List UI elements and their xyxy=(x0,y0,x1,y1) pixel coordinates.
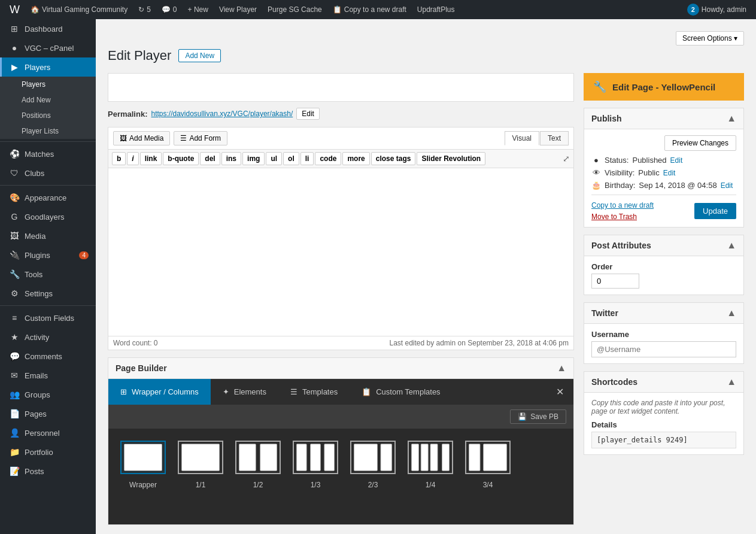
sidebar-item-matches[interactable]: ⚽ Matches xyxy=(0,144,96,163)
toolbar-img[interactable]: img xyxy=(242,152,265,165)
pb-layout-wrapper[interactable]: Wrapper xyxy=(120,441,166,489)
page-builder-box: Page Builder ▲ ⊞ Wrapper / Columns ✦ Ele… xyxy=(108,357,574,525)
shortcodes-toggle[interactable]: ▲ xyxy=(727,377,736,387)
sidebar-item-activity[interactable]: ★ Activity xyxy=(0,327,96,347)
birthday-edit-link[interactable]: Edit xyxy=(721,181,733,190)
toolbar-link[interactable]: link xyxy=(140,152,162,165)
publish-title: Publish xyxy=(591,114,622,123)
plugins-label: Plugins xyxy=(25,251,50,260)
portfolio-label: Portfolio xyxy=(25,448,53,457)
purge-sg-item[interactable]: Purge SG Cache xyxy=(263,0,327,19)
copy-to-draft-link[interactable]: Copy to a new draft xyxy=(591,201,654,210)
status-item: ● Status: Published Edit xyxy=(591,156,736,165)
pb-layout-1-4[interactable]: 1/4 xyxy=(408,441,453,489)
toolbar-del[interactable]: del xyxy=(200,152,220,165)
pb-close-button[interactable]: ✕ xyxy=(546,379,573,405)
sidebar-item-settings[interactable]: ⚙ Settings xyxy=(0,284,96,303)
sidebar-item-appearance[interactable]: 🎨 Appearance xyxy=(0,188,96,207)
1-3-label: 1/3 xyxy=(311,481,321,489)
sidebar-item-comments[interactable]: 💬 Comments xyxy=(0,347,96,366)
toolbar-ol[interactable]: ol xyxy=(283,152,299,165)
screen-options-button[interactable]: Screen Options ▾ xyxy=(676,31,744,45)
permalink-edit-button[interactable]: Edit xyxy=(296,108,320,120)
sidebar-item-goodlayers[interactable]: G Goodlayers xyxy=(0,207,96,226)
updates-item[interactable]: ↻ 5 xyxy=(133,0,156,19)
view-player-item[interactable]: View Player xyxy=(214,0,262,19)
sidebar-item-custom-fields[interactable]: ≡ Custom Fields xyxy=(0,308,96,327)
toolbar-bold[interactable]: b xyxy=(112,152,126,165)
pb-tab-custom-templates[interactable]: 📋 Custom Templates xyxy=(350,379,452,405)
submenu-add-new[interactable]: Add New xyxy=(0,92,96,108)
toolbar-close-tags[interactable]: close tags xyxy=(371,152,416,165)
order-input[interactable] xyxy=(591,274,639,289)
visibility-edit-link[interactable]: Edit xyxy=(663,169,676,177)
toolbar-slider[interactable]: Slider Revolution xyxy=(417,152,485,165)
toolbar-code[interactable]: code xyxy=(315,152,341,165)
sidebar-item-posts[interactable]: 📝 Posts xyxy=(0,462,96,481)
sidebar-item-portfolio[interactable]: 📁 Portfolio xyxy=(0,442,96,462)
sidebar-item-plugins[interactable]: 🔌 Plugins 4 xyxy=(0,245,96,265)
pb-layout-1-3[interactable]: 1/3 xyxy=(293,441,338,489)
pb-layout-1-2[interactable]: 1/2 xyxy=(235,441,281,489)
twitter-toggle[interactable]: ▲ xyxy=(727,308,736,318)
toolbar-ins[interactable]: ins xyxy=(221,152,241,165)
site-name-item[interactable]: 🏠 Virtual Gaming Community xyxy=(26,0,132,19)
pb-layout-2-3[interactable]: 2/3 xyxy=(350,441,396,489)
text-tab[interactable]: Text xyxy=(540,131,569,145)
admin-bar: W 🏠 Virtual Gaming Community ↻ 5 💬 0 + N… xyxy=(0,0,756,19)
clubs-label: Clubs xyxy=(25,169,44,178)
word-count: Word count: 0 xyxy=(113,339,157,347)
players-icon: ▶ xyxy=(9,62,20,72)
expand-icon[interactable]: ⤢ xyxy=(563,154,570,163)
copy-draft-top-item[interactable]: 📋 Copy to a new draft xyxy=(328,0,411,19)
post-attributes-body: Order xyxy=(584,256,743,295)
permalink-link[interactable]: https://davidosullivan.xyz/VGC/player/ak… xyxy=(151,110,293,118)
pb-layout-1-1[interactable]: 1/1 xyxy=(178,441,223,489)
sidebar-item-tools[interactable]: 🔧 Tools xyxy=(0,265,96,284)
username-input[interactable] xyxy=(591,341,736,357)
user-item[interactable]: 2 Howdy, admin xyxy=(682,0,751,19)
move-to-trash-link[interactable]: Move to Trash xyxy=(591,213,637,221)
toolbar-more[interactable]: more xyxy=(342,152,369,165)
status-edit-link[interactable]: Edit xyxy=(670,156,683,165)
post-attributes-toggle[interactable]: ▲ xyxy=(727,240,736,251)
pb-tab-wrapper[interactable]: ⊞ Wrapper / Columns xyxy=(108,379,211,405)
pb-content: Wrapper 1/1 xyxy=(108,429,573,524)
sidebar-item-groups[interactable]: 👥 Groups xyxy=(0,385,96,404)
pb-tab-elements[interactable]: ✦ Elements xyxy=(211,379,278,405)
sidebar-item-pages[interactable]: 📄 Pages xyxy=(0,404,96,423)
add-media-button[interactable]: 🖼 Add Media xyxy=(113,131,170,145)
preview-changes-button[interactable]: Preview Changes xyxy=(664,135,736,151)
sidebar-item-dashboard[interactable]: ⊞ Dashboard xyxy=(0,19,96,38)
sidebar-item-players[interactable]: ▶ Players xyxy=(0,57,96,77)
editor-content[interactable] xyxy=(108,168,573,336)
pb-tab-templates[interactable]: ☰ Templates xyxy=(278,379,350,405)
pb-layout-3-4[interactable]: 3/4 xyxy=(465,441,511,489)
svg-rect-7 xyxy=(354,444,377,471)
post-title-input[interactable] xyxy=(111,76,571,99)
update-button[interactable]: Update xyxy=(694,203,736,219)
toolbar-bquote[interactable]: b-quote xyxy=(163,152,199,165)
publish-toggle-icon[interactable]: ▲ xyxy=(727,113,736,124)
toolbar-ul[interactable]: ul xyxy=(266,152,282,165)
submenu-player-lists[interactable]: Player Lists xyxy=(0,123,96,139)
submenu-players[interactable]: Players xyxy=(0,77,96,92)
yellow-pencil-banner[interactable]: 🔧 Edit Page - YellowPencil xyxy=(584,73,744,101)
sidebar-item-emails[interactable]: ✉ Emails xyxy=(0,366,96,385)
pb-save-button[interactable]: 💾 Save PB xyxy=(510,409,566,424)
wp-logo-item[interactable]: W xyxy=(5,0,25,19)
add-new-button[interactable]: Add New xyxy=(178,49,221,62)
visual-tab[interactable]: Visual xyxy=(505,131,539,145)
toolbar-li[interactable]: li xyxy=(300,152,314,165)
comments-item[interactable]: 💬 0 xyxy=(157,0,182,19)
add-form-button[interactable]: ☰ Add Form xyxy=(174,131,227,145)
sidebar-item-vgc[interactable]: ● VGC – cPanel xyxy=(0,38,96,57)
new-item[interactable]: + New xyxy=(183,0,213,19)
submenu-positions[interactable]: Positions xyxy=(0,108,96,123)
updraft-item[interactable]: UpdraftPlus xyxy=(412,0,460,19)
sidebar-item-media[interactable]: 🖼 Media xyxy=(0,226,96,245)
toolbar-italic[interactable]: i xyxy=(127,152,138,165)
sidebar-item-clubs[interactable]: 🛡 Clubs xyxy=(0,163,96,183)
sidebar-item-personnel[interactable]: 👤 Personnel xyxy=(0,423,96,442)
pb-toggle-icon[interactable]: ▲ xyxy=(557,363,566,374)
